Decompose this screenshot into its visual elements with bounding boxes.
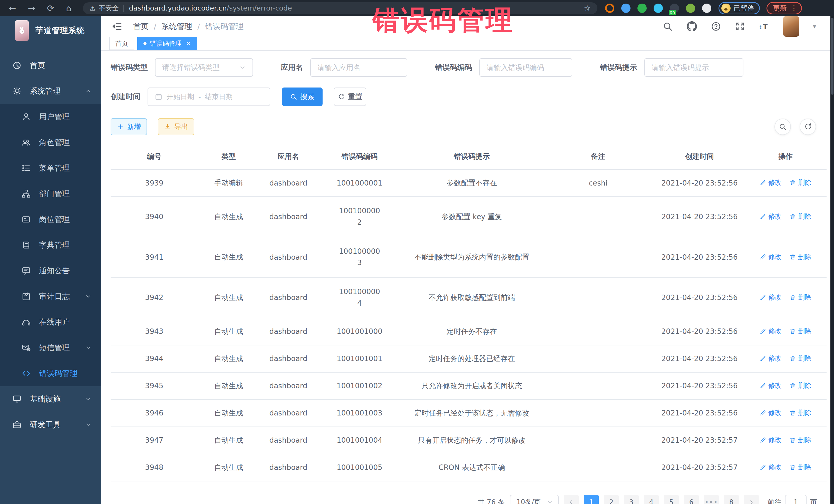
reload-icon[interactable]: ⟳	[47, 4, 54, 13]
update-label: 更新	[773, 4, 787, 13]
forward-icon[interactable]: →	[28, 4, 36, 13]
prev-page-button[interactable]	[564, 495, 579, 504]
sidebar-item-在线用户[interactable]: 在线用户	[0, 309, 101, 335]
edit-row-button[interactable]: 修改	[760, 253, 782, 262]
delete-row-label: 删除	[798, 212, 811, 221]
profile-emoji-icon	[721, 4, 730, 13]
sidebar-item-通知公告[interactable]: 通知公告	[0, 258, 101, 284]
sidebar-item-短信管理[interactable]: 短信管理	[0, 335, 101, 360]
fullscreen-icon[interactable]	[735, 21, 745, 31]
browser-menu-icon[interactable]: ⋮	[790, 4, 797, 12]
edit-row-button[interactable]: 修改	[760, 178, 782, 187]
delete-row-button[interactable]: 删除	[789, 354, 811, 363]
sidebar-item-错误码管理[interactable]: 错误码管理	[0, 360, 101, 386]
green-key-extension-icon[interactable]	[686, 4, 695, 13]
browser-scrollbar[interactable]	[830, 16, 834, 504]
error-type-select[interactable]: 请选择错误码类型	[155, 58, 253, 77]
home-icon[interactable]: ⌂	[66, 4, 72, 13]
svg-text:T: T	[763, 23, 768, 30]
edit-row-button[interactable]: 修改	[760, 463, 782, 472]
edit-row-button[interactable]: 修改	[760, 408, 782, 417]
close-tab-icon[interactable]: ×	[186, 40, 191, 47]
logo-row[interactable]: 芋道管理系统	[0, 16, 101, 45]
page-button-3[interactable]: 3	[624, 495, 639, 504]
sidebar-item-岗位管理[interactable]: 岗位管理	[0, 206, 101, 232]
filter-row-2: 创建时间 开始日期 - 结束日期 搜索 重置	[111, 88, 822, 106]
sidebar-collapse-icon[interactable]	[112, 21, 123, 32]
profile-paused-badge[interactable]: 已暂停	[719, 2, 760, 14]
puzzle-extension-icon[interactable]	[702, 4, 711, 13]
page-button-2[interactable]: 2	[604, 495, 619, 504]
sidebar-item-字典管理[interactable]: 字典管理	[0, 232, 101, 258]
sidebar-item-角色管理[interactable]: 角色管理	[0, 130, 101, 155]
search-button-label: 搜索	[300, 92, 314, 102]
next-page-button[interactable]	[744, 495, 759, 504]
browser-update-button[interactable]: 更新 ⋮	[767, 2, 802, 14]
green-circle-extension-icon[interactable]	[637, 4, 647, 13]
error-hint-input[interactable]	[652, 63, 736, 72]
delete-row-button[interactable]: 删除	[789, 327, 811, 336]
fontsize-icon[interactable]: tT	[759, 21, 769, 31]
show-search-button[interactable]	[774, 118, 791, 135]
scrollbar-thumb[interactable]	[831, 18, 833, 95]
tab-错误码管理[interactable]: 错误码管理×	[137, 37, 197, 50]
page-button-5[interactable]: 5	[664, 495, 679, 504]
page-button-4[interactable]: 4	[644, 495, 659, 504]
delete-row-button[interactable]: 删除	[789, 381, 811, 390]
sidebar-item-菜单管理[interactable]: 菜单管理	[0, 155, 101, 181]
list-extension-icon[interactable]: on	[670, 4, 679, 13]
edit-row-button[interactable]: 修改	[760, 293, 782, 302]
delete-row-button[interactable]: 删除	[789, 408, 811, 417]
error-code-input[interactable]	[486, 63, 565, 72]
breadcrumb-item-系统管理[interactable]: 系统管理	[161, 21, 192, 32]
reset-button[interactable]: 重置	[334, 88, 366, 106]
search-button[interactable]: 搜索	[282, 88, 323, 106]
blue-gem-extension-icon[interactable]	[621, 4, 631, 13]
chevron-down-icon	[547, 499, 553, 504]
tab-首页[interactable]: 首页	[109, 37, 134, 50]
orange-ring-extension-icon[interactable]	[605, 4, 614, 13]
question-icon[interactable]	[711, 21, 721, 31]
delete-row-button[interactable]: 删除	[789, 436, 811, 444]
page-button-8[interactable]: 8	[724, 495, 739, 504]
goto-page-input[interactable]	[785, 495, 807, 504]
add-button[interactable]: 新增	[111, 118, 147, 135]
delete-row-button[interactable]: 删除	[789, 212, 811, 221]
delete-row-button[interactable]: 删除	[789, 178, 811, 187]
user-avatar[interactable]	[783, 16, 799, 37]
date-range-picker[interactable]: 开始日期 - 结束日期	[148, 88, 270, 106]
table-row: 3946自动生成dashboard1001001003定时任务已经处于该状态，无…	[111, 399, 827, 427]
column-header-操作: 操作	[744, 145, 827, 169]
delete-row-button[interactable]: 删除	[789, 293, 811, 302]
edit-row-button[interactable]: 修改	[760, 212, 782, 221]
address-bar[interactable]: ⚠ 不安全 dashboard.yudao.iocoder.cn /system…	[83, 2, 597, 14]
github-icon[interactable]	[687, 21, 697, 31]
breadcrumb-item-首页[interactable]: 首页	[133, 21, 149, 32]
avatar-dropdown-icon[interactable]: ▾	[813, 23, 816, 30]
page-ellipsis[interactable]: •••	[704, 495, 719, 504]
sidebar-item-部门管理[interactable]: 部门管理	[0, 181, 101, 206]
edit-row-button[interactable]: 修改	[760, 354, 782, 363]
sidebar-item-系统管理[interactable]: 系统管理	[0, 78, 101, 104]
edit-row-button[interactable]: 修改	[760, 381, 782, 390]
search-icon[interactable]	[663, 21, 673, 31]
bookmark-star-icon[interactable]: ☆	[584, 4, 591, 13]
delete-row-button[interactable]: 删除	[789, 253, 811, 262]
sidebar-item-研发工具[interactable]: 研发工具	[0, 412, 101, 438]
sidebar-item-基础设施[interactable]: 基础设施	[0, 386, 101, 412]
sidebar-item-用户管理[interactable]: 用户管理	[0, 104, 101, 130]
error-hint-label: 错误码提示	[600, 62, 637, 73]
sidebar-item-首页[interactable]: 首页	[0, 52, 101, 78]
export-button[interactable]: 导出	[158, 118, 194, 135]
sidebar-item-审计日志[interactable]: 审计日志	[0, 284, 101, 309]
page-button-6[interactable]: 6	[684, 495, 699, 504]
edit-row-button[interactable]: 修改	[760, 436, 782, 444]
back-icon[interactable]: ←	[9, 4, 16, 13]
edit-row-button[interactable]: 修改	[760, 327, 782, 336]
blue-grid-extension-icon[interactable]	[654, 4, 663, 13]
app-name-input[interactable]	[317, 63, 400, 72]
page-button-1[interactable]: 1	[584, 495, 599, 504]
refresh-table-button[interactable]	[799, 118, 816, 135]
page-size-select[interactable]: 10条/页	[510, 495, 559, 504]
delete-row-button[interactable]: 删除	[789, 463, 811, 472]
